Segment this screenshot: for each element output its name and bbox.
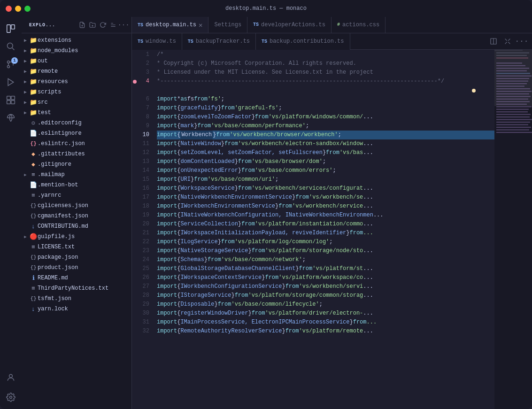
extensions-activity-icon[interactable] [3,92,19,108]
tree-item-src[interactable]: ▶ 📁 src [22,97,131,108]
code-line-7: import { gracefulify } from 'graceful-fs… [157,104,494,113]
tree-item-gulpfile[interactable]: ▶ 🔴 gulpfile.js [22,232,131,242]
svg-rect-26 [496,68,529,69]
tree-item-product-json[interactable]: ▶ {} product.json [22,262,131,273]
tree-item-yarn-lock[interactable]: ▶ ↓ yarn.lock [22,304,131,314]
tree-item-test[interactable]: ▶ 📁 test [22,108,131,118]
line-num-8: 8 [132,113,149,122]
tree-item-tsfmt[interactable]: ▶ {} tsfmt.json [22,293,131,304]
svg-rect-23 [496,57,528,58]
tab-close-button[interactable]: ✕ [199,21,202,29]
code-line-20: import { ServiceCollection } from 'vs/pl… [157,220,494,229]
source-control-badge: 1 [11,57,18,64]
code-line-24: import { Schemas } from 'vs/base/common/… [157,255,494,264]
tree-item-eslintrc[interactable]: ▶ {} .eslintrc.json [22,139,131,149]
code-line-21: import { IWorkspaceInitializationPayload… [157,229,494,238]
refresh-button[interactable] [99,21,107,29]
tab-backup-tracker-ts[interactable]: TS backupTracker.ts [182,33,256,50]
split-editor-button[interactable] [487,35,500,48]
close-button[interactable] [6,6,12,12]
svg-rect-1 [11,25,15,29]
json-icon: {} [29,265,38,270]
more-actions-button[interactable]: ··· [119,21,128,29]
tree-item-gitignore[interactable]: ▶ ◆ .gitignore [22,159,131,170]
chevron-right-icon: ▶ [22,69,29,74]
tree-item-cgmanifest[interactable]: ▶ {} cgmanifest.json [22,211,131,221]
run-debug-activity-icon[interactable] [3,74,19,90]
code-line-32: import { RemoteAuthorityResolverService … [157,327,494,336]
code-editor[interactable]: 1 2 3 4 6 7 8 9 10 11 12 13 14 15 16 17 [132,50,532,409]
tree-item-yarnrc[interactable]: ▶ ≡ .yarnrc [22,190,131,201]
settings-activity-icon[interactable] [3,389,19,405]
tree-item-eslintignore[interactable]: ▶ 📄 .eslintignore [22,128,131,139]
tab-desktop-main-ts[interactable]: TS desktop.main.ts ✕ [132,17,208,33]
tab-label: backupTracker.ts [196,38,250,45]
code-line-15: import { URI } from 'vs/base/common/uri'… [157,175,494,184]
ts-badge: TS [253,22,259,27]
tab-settings[interactable]: Settings [208,17,247,33]
folder-icon: 📁 [29,109,38,116]
tree-item-package-json[interactable]: ▶ {} package.json [22,252,131,262]
code-content[interactable]: /* * Copyright (c) Microsoft Corporation… [153,50,494,409]
tab-window-ts[interactable]: TS window.ts [132,33,182,50]
line-num-2: 2 [132,59,149,68]
tab-developer-actions-ts[interactable]: TS developerActions.ts [247,17,332,33]
tree-item-out[interactable]: ▶ 📁 out [22,56,131,66]
svg-rect-21 [496,52,529,53]
tree-item-extensions[interactable]: ▶ 📁 extensions [22,35,131,46]
tree-item-mention-bot[interactable]: ▶ 📄 .mention-bot [22,180,131,190]
tree-item-editorconfig[interactable]: ▶ ⚙ .editorconfig [22,118,131,128]
minimize-button[interactable] [15,6,21,12]
new-file-button[interactable] [78,21,86,29]
svg-rect-34 [496,88,530,89]
tree-item-cglicenses[interactable]: ▶ {} cglicenses.json [22,201,131,211]
chevron-right-icon: ▶ [22,110,29,116]
tree-item-resources[interactable]: ▶ 📁 resources [22,77,131,87]
svg-rect-33 [496,86,524,87]
collapse-all-button[interactable] [109,21,117,29]
maximize-button[interactable] [24,6,31,12]
svg-rect-41 [496,106,532,107]
explorer-activity-icon[interactable] [3,21,19,37]
remote-activity-icon[interactable] [3,110,19,126]
tree-item-readme[interactable]: ▶ ℹ README.md [22,273,131,283]
code-line-11: import { NativeWindow } from 'vs/workben… [157,139,494,148]
sidebar-title: EXPLO... [29,23,55,28]
source-control-activity-icon[interactable]: 1 [3,56,19,72]
svg-rect-51 [496,132,532,133]
tab-label: backup.contribution.ts [270,38,344,45]
line-num-29: 29 [132,300,149,309]
tree-item-gitattributes[interactable]: ▶ ◆ .gitattributes [22,149,131,159]
line-num-23: 23 [132,247,149,255]
code-line-10: import { Workbench } from 'vs/workbench/… [157,131,494,139]
svg-rect-36 [496,93,529,94]
tree-item-license[interactable]: ▶ ≡ LICENSE.txt [22,242,131,252]
open-changes-button[interactable] [501,35,514,48]
line-num-16: 16 [132,184,149,193]
svg-rect-25 [496,65,525,66]
line-num-13: 13 [132,157,149,166]
tree-item-thirdparty[interactable]: ▶ ≡ ThirdPartyNotices.txt [22,283,131,293]
svg-rect-45 [496,116,530,117]
tab-backup-contribution-ts[interactable]: TS backup.contribution.ts [256,33,350,50]
sidebar-header: EXPLO... ··· [22,17,131,33]
chevron-right-icon: ▶ [22,79,29,85]
svg-rect-24 [496,62,522,63]
line-num-27: 27 [132,282,149,291]
new-folder-button[interactable] [88,21,97,29]
tree-item-contributing[interactable]: ▶ ↓ CONTRIBUTING.md [22,221,131,232]
accounts-activity-icon[interactable] [3,370,19,386]
json-icon: {} [29,255,38,260]
search-activity-icon[interactable] [3,39,19,54]
tree-item-scripts[interactable]: ▶ 📁 scripts [22,87,131,97]
svg-rect-31 [496,81,528,82]
more-editor-actions-button[interactable]: ··· [515,35,528,48]
line-num-25: 25 [132,264,149,273]
tab-actions-css[interactable]: # actions.css [332,17,386,33]
tree-item-mailmap[interactable]: ▶ ≡ .mailmap [22,170,131,180]
info-icon: ℹ [29,274,38,282]
tree-item-node-modules[interactable]: ▶ 📁 node_modules [22,46,131,56]
gulp-icon: 🔴 [29,233,38,240]
tree-item-remote[interactable]: ▶ 📁 remote [22,66,131,77]
ts-badge: TS [188,39,193,44]
